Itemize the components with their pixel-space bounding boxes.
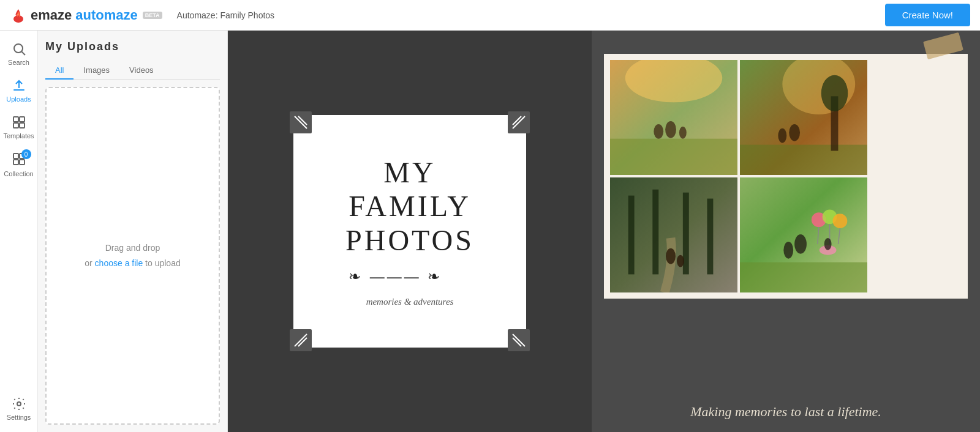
sidebar-item-uploads[interactable]: Uploads <box>0 72 37 109</box>
photo-1-svg <box>610 60 737 175</box>
logo-beta: BETA <box>143 12 162 19</box>
tab-images[interactable]: Images <box>74 62 119 80</box>
upload-icon <box>12 78 26 93</box>
upload-tabs: All Images Videos <box>45 62 220 80</box>
svg-rect-7 <box>20 123 24 128</box>
create-now-button[interactable]: Create Now! <box>885 4 970 26</box>
upload-text: to upload <box>145 258 181 268</box>
photo-2-svg <box>740 60 867 175</box>
logo: emaze automaze BETA <box>10 7 162 24</box>
templates-icon <box>12 115 26 130</box>
svg-point-12 <box>17 402 21 406</box>
svg-rect-8 <box>13 154 18 158</box>
svg-point-22 <box>665 121 676 138</box>
photo-3-svg <box>610 177 737 292</box>
svg-text:❧ ——— ❧: ❧ ——— ❧ <box>349 268 442 285</box>
sidebar-search-label: Search <box>8 59 29 66</box>
upload-panel-title: My Uploads <box>45 40 220 53</box>
svg-rect-20 <box>610 139 737 175</box>
sidebar-item-templates[interactable]: Templates <box>0 109 37 146</box>
svg-point-49 <box>824 238 832 250</box>
navbar-title: Automaze: Family Photos <box>162 10 885 20</box>
svg-rect-6 <box>13 123 18 128</box>
flame-icon <box>10 7 27 24</box>
card-flourish: ❧ ——— ❧ <box>349 267 471 285</box>
svg-point-36 <box>666 248 676 264</box>
svg-rect-35 <box>707 199 713 275</box>
sidebar-item-collection[interactable]: 0 Collection <box>0 146 37 184</box>
sidebar-settings-label: Settings <box>7 414 31 421</box>
canvas-left: MYFAMILYPHOTOS ❧ ——— ❧ memories & advent… <box>228 31 592 432</box>
svg-point-0 <box>13 15 23 23</box>
upload-panel: My Uploads All Images Videos Drag and dr… <box>38 31 228 432</box>
svg-rect-5 <box>20 117 24 122</box>
svg-point-40 <box>783 242 793 259</box>
dropzone-text: Drag and drop or choose a file to upload <box>85 240 180 271</box>
svg-point-41 <box>794 234 807 254</box>
navbar: emaze automaze BETA Automaze: Family Pho… <box>0 0 980 31</box>
collection-badge: 0 <box>21 149 31 159</box>
svg-point-23 <box>679 127 687 139</box>
svg-point-1 <box>14 44 23 53</box>
corner-tl-icon <box>290 111 312 133</box>
svg-rect-10 <box>13 160 18 165</box>
corner-br-icon <box>508 329 530 351</box>
corner-tr-icon <box>508 111 530 133</box>
photo-cell-1 <box>610 60 737 175</box>
card-divider: ❧ ——— ❧ <box>349 267 471 289</box>
svg-point-28 <box>821 75 848 111</box>
sidebar: Search Uploads Templates <box>0 31 38 432</box>
bottom-caption: Making memories to last a lifetime. <box>592 404 980 420</box>
svg-point-44 <box>833 214 848 228</box>
svg-point-30 <box>789 124 800 141</box>
sidebar-item-settings[interactable]: Settings <box>0 390 37 427</box>
photo-grid <box>610 60 867 292</box>
svg-rect-4 <box>13 117 18 122</box>
photo-cell-2 <box>740 60 867 175</box>
svg-rect-39 <box>740 263 867 292</box>
text-card: MYFAMILYPHOTOS ❧ ——— ❧ memories & advent… <box>293 115 526 348</box>
card-subtitle: memories & adventures <box>366 297 454 307</box>
canvas-content: MYFAMILYPHOTOS ❧ ——— ❧ memories & advent… <box>228 31 980 432</box>
or-text: or <box>85 258 92 268</box>
choose-file-link[interactable]: choose a file <box>95 258 143 268</box>
corner-bl-icon <box>290 329 312 351</box>
sidebar-templates-label: Templates <box>3 132 34 140</box>
svg-rect-33 <box>652 190 658 275</box>
collection-badge-container: 0 <box>12 152 26 168</box>
svg-line-2 <box>21 52 25 56</box>
photo-4-svg <box>740 177 867 292</box>
logo-automaze: automaze <box>75 7 137 23</box>
sidebar-uploads-label: Uploads <box>6 95 31 103</box>
tab-videos[interactable]: Videos <box>119 62 164 80</box>
sidebar-collection-label: Collection <box>4 170 33 177</box>
svg-rect-11 <box>20 160 24 165</box>
search-icon <box>12 42 26 56</box>
canvas-area: MYFAMILYPHOTOS ❧ ——— ❧ memories & advent… <box>228 31 980 432</box>
upload-dropzone[interactable]: Drag and drop or choose a file to upload <box>45 87 220 425</box>
svg-point-29 <box>778 128 786 143</box>
svg-point-37 <box>677 255 684 267</box>
photo-cell-3 <box>610 177 737 292</box>
svg-point-21 <box>654 124 663 139</box>
sidebar-item-search[interactable]: Search <box>0 35 37 72</box>
main-layout: Search Uploads Templates <box>0 31 980 432</box>
card-title: MYFAMILYPHOTOS <box>345 155 474 257</box>
svg-rect-3 <box>13 89 24 91</box>
svg-rect-32 <box>628 196 635 275</box>
svg-rect-26 <box>740 145 867 175</box>
photo-frame <box>604 54 968 299</box>
drag-drop-text: Drag and drop <box>105 243 160 253</box>
logo-emaze: emaze <box>31 7 72 23</box>
settings-icon <box>12 397 26 411</box>
tab-all[interactable]: All <box>45 62 74 80</box>
photo-cell-4 <box>740 177 867 292</box>
canvas-right: Making memories to last a lifetime. <box>592 31 980 432</box>
